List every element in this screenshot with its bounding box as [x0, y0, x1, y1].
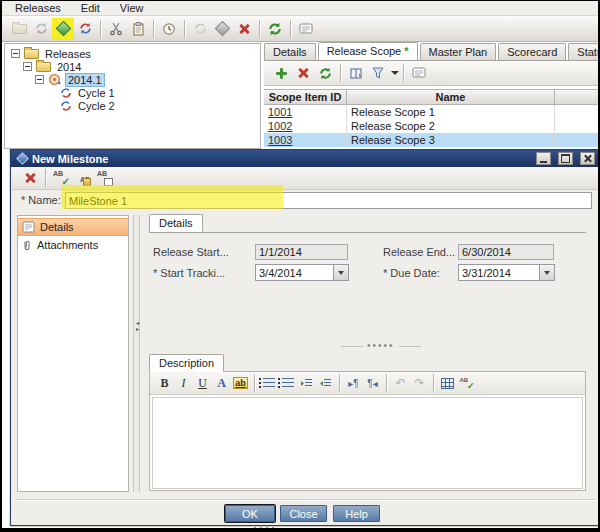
scope-id-link[interactable]: 1003 — [268, 134, 292, 146]
italic-icon[interactable]: I — [174, 374, 193, 393]
release-end-field: 6/30/2014 — [458, 244, 554, 260]
new-release-folder-icon[interactable] — [8, 18, 30, 40]
send-by-email-icon[interactable] — [408, 62, 430, 84]
richtext-toolbar: B I U A ab ▸¶ ¶◂ ↶ ↷ — [150, 372, 585, 395]
tree-item-cycle-2[interactable]: Cycle 2 — [5, 99, 260, 112]
delete-scope-item-icon[interactable] — [292, 62, 314, 84]
release-icon — [48, 73, 61, 86]
refresh-all-icon[interactable] — [264, 18, 286, 40]
font-color-icon[interactable]: A — [212, 374, 231, 393]
name-input[interactable] — [65, 192, 592, 209]
sidebar-item-attachments[interactable]: Attachments — [18, 236, 128, 254]
tab-status[interactable]: Status — [568, 43, 600, 60]
close-button[interactable] — [580, 152, 595, 165]
table-row[interactable]: 1002 Release Scope 2 — [264, 119, 600, 133]
menu-releases[interactable]: Releases — [6, 1, 70, 15]
spelling-options-icon[interactable]: AB — [94, 167, 116, 189]
toolbar-separator — [433, 374, 434, 392]
close-dialog-button[interactable]: Close — [280, 505, 327, 522]
due-date-combo[interactable]: 3/31/2014 — [458, 264, 555, 281]
dropdown-arrow-icon[interactable] — [539, 265, 554, 280]
select-columns-icon[interactable] — [345, 62, 367, 84]
new-milestone-icon[interactable] — [52, 18, 74, 40]
description-textarea[interactable] — [152, 397, 583, 489]
cut-icon[interactable] — [105, 18, 127, 40]
sidebar-item-details[interactable]: Details — [18, 218, 128, 236]
text-highlight-icon[interactable]: ab — [231, 374, 250, 393]
tab-baseline — [149, 232, 586, 233]
help-button[interactable]: Help — [333, 505, 380, 522]
tree-item-cycle-1[interactable]: Cycle 1 — [5, 86, 260, 99]
redo-icon[interactable]: ↷ — [410, 374, 429, 393]
send-by-email-icon[interactable] — [295, 18, 317, 40]
folder-icon — [36, 62, 51, 72]
new-release-icon[interactable] — [30, 18, 52, 40]
toolbar-separator — [386, 374, 387, 392]
scope-grid: Scope Item ID Name 1001 Release Scope 1 … — [264, 89, 600, 147]
left-to-right-icon[interactable]: ▸¶ — [344, 374, 363, 393]
tab-scorecard[interactable]: Scorecard — [498, 43, 566, 60]
set-filter-icon[interactable] — [367, 62, 389, 84]
maximize-button[interactable] — [558, 152, 573, 165]
undo-icon[interactable]: ↶ — [391, 374, 410, 393]
decrease-indent-icon[interactable] — [316, 374, 335, 393]
filter-dropdown-icon[interactable] — [391, 71, 399, 75]
dialog-titlebar[interactable]: New Milestone — [11, 150, 598, 167]
scope-id-link[interactable]: 1002 — [268, 120, 292, 132]
table-row-selected[interactable]: 1003 Release Scope 3 — [264, 133, 600, 147]
modified-indicator: * — [404, 45, 408, 60]
column-header-name[interactable]: Name — [347, 90, 555, 104]
refresh-icon[interactable] — [314, 62, 336, 84]
description-tab[interactable]: Description — [149, 354, 224, 372]
tree-item-releases[interactable]: Releases — [5, 47, 260, 60]
menu-view[interactable]: View — [111, 1, 153, 15]
dropdown-arrow-icon[interactable] — [333, 265, 348, 280]
paperclip-icon — [22, 239, 32, 252]
dialog-title: New Milestone — [32, 153, 529, 165]
new-cycle-icon[interactable] — [74, 18, 96, 40]
numbered-list-icon[interactable] — [278, 374, 297, 393]
splitter-arrows-icon[interactable]: ◂▸ — [134, 320, 141, 332]
sidebar-item-label: Details — [40, 221, 74, 233]
add-scope-item-icon[interactable] — [270, 62, 292, 84]
paste-icon[interactable] — [127, 18, 149, 40]
milestone-diamond-icon — [16, 152, 29, 165]
collapse-icon[interactable] — [23, 62, 32, 71]
menu-edit[interactable]: Edit — [72, 1, 109, 15]
check-spelling-icon[interactable]: AB✓ — [457, 374, 476, 393]
underline-icon[interactable]: U — [193, 374, 212, 393]
right-to-left-icon[interactable]: ¶◂ — [363, 374, 382, 393]
tab-master-plan[interactable]: Master Plan — [420, 43, 497, 60]
collapse-icon[interactable] — [11, 49, 20, 58]
timeline-icon[interactable] — [158, 18, 180, 40]
collapse-icon[interactable] — [35, 75, 44, 84]
tree-item-2014[interactable]: 2014 — [5, 60, 260, 73]
dialog-tab-details[interactable]: Details — [149, 214, 203, 232]
tab-details[interactable]: Details — [264, 43, 316, 60]
scope-id-link[interactable]: 1001 — [268, 106, 292, 118]
tree-item-2014-1[interactable]: 2014.1 — [5, 73, 260, 86]
toolbar-separator — [340, 64, 341, 82]
toolbar-separator — [339, 374, 340, 392]
delete-icon[interactable] — [233, 18, 255, 40]
clear-all-fields-icon[interactable] — [19, 167, 41, 189]
minimize-button[interactable] — [536, 152, 551, 165]
bold-icon[interactable]: B — [155, 374, 174, 393]
insert-table-icon[interactable] — [438, 374, 457, 393]
column-header-scope-item-id[interactable]: Scope Item ID — [264, 90, 347, 104]
table-row[interactable]: 1001 Release Scope 1 — [264, 105, 600, 119]
toolbar-separator — [259, 20, 260, 38]
form-splitter[interactable]: ••••• — [341, 344, 421, 348]
check-spelling-icon[interactable]: AB✓ — [50, 167, 72, 189]
milestone-icon[interactable] — [211, 18, 233, 40]
start-tracking-combo[interactable]: 3/4/2014 — [255, 264, 349, 281]
ok-button[interactable]: OK — [225, 505, 275, 522]
bulleted-list-icon[interactable] — [259, 374, 278, 393]
scope-toolbar — [264, 60, 600, 86]
sidebar-splitter[interactable]: ◂▸ — [133, 215, 140, 492]
go-to-release-icon[interactable] — [189, 18, 211, 40]
tab-release-scope[interactable]: Release Scope * — [318, 42, 418, 60]
column-header-empty — [555, 90, 600, 104]
thesaurus-icon[interactable]: AB — [72, 167, 94, 189]
increase-indent-icon[interactable] — [297, 374, 316, 393]
